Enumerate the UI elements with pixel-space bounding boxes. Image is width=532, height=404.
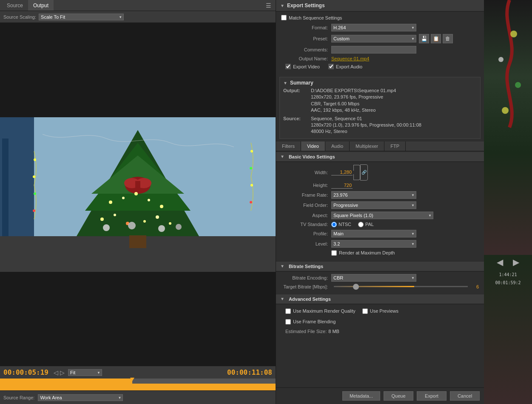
summary-output-row: Output: D:\ADOBE EXPORTS\Sequence 01.mp4… <box>283 88 477 114</box>
max-render-quality-text: Use Maximum Render Quality <box>293 308 356 314</box>
advanced-collapse-icon[interactable]: ▼ <box>280 297 284 301</box>
summary-output-path: D:\ADOBE EXPORTS\Sequence 01.mp4 <box>311 88 396 94</box>
bitrate-collapse-icon[interactable]: ▼ <box>280 264 284 268</box>
profile-select[interactable]: Main High Baseline <box>331 230 416 237</box>
profile-label: Profile: <box>281 231 328 236</box>
bottom-timeline-strip <box>0 384 276 390</box>
aspect-select[interactable]: Square Pixels (1.0) D1/DV NTSC (0.9091) … <box>331 212 433 219</box>
bottom-buttons: Metadata... Queue Export Cancel <box>276 387 484 404</box>
frame-blending-checkbox[interactable] <box>285 319 291 325</box>
export-audio-checkbox[interactable] <box>328 64 334 69</box>
target-bitrate-row: Target Bitrate [Mbps]: 6 <box>281 284 479 289</box>
bitrate-body: Bitrate Encoding: CBR VBR, 1 Pass VBR, 2… <box>276 271 484 294</box>
preset-import-btn[interactable]: 📋 <box>431 34 441 43</box>
summary-section: ▼ Summary Output: D:\ADOBE EXPORTS\Seque… <box>279 77 481 139</box>
level-select[interactable]: 3.2 4.0 4.1 4.2 <box>331 240 416 248</box>
fit-select[interactable]: Fit 25% 50% 75% 100% <box>68 369 102 376</box>
export-audio-label[interactable]: Export Audio <box>328 64 362 69</box>
svg-point-36 <box>510 31 517 37</box>
svg-point-21 <box>156 215 159 219</box>
source-scaling-select[interactable]: Scale To Fit Stretch to Fill Scale to Fi… <box>39 14 124 20</box>
svg-point-26 <box>176 224 182 230</box>
source-range-select[interactable]: Work Area Entire Sequence Custom <box>38 394 123 401</box>
timeline-track[interactable] <box>0 379 276 384</box>
bitrate-slider[interactable] <box>334 286 468 287</box>
field-order-select[interactable]: Progressive Upper Field First Lower Fiel… <box>331 201 416 209</box>
metadata-button[interactable]: Metadata... <box>342 391 380 401</box>
tab-video[interactable]: Video <box>301 141 325 151</box>
match-sequence-checkbox-label[interactable]: Match Sequence Settings <box>281 15 342 20</box>
summary-output-values: D:\ADOBE EXPORTS\Sequence 01.mp4 1280x72… <box>311 88 396 114</box>
ntsc-radio-label[interactable]: NTSC <box>331 222 351 227</box>
tab-menu-icon[interactable]: ☰ <box>263 2 274 9</box>
tab-source[interactable]: Source <box>2 0 28 11</box>
use-previews-label[interactable]: Use Previews <box>362 308 398 314</box>
format-select[interactable]: H.264 H.265 MPEG2 QuickTime AVI <box>331 24 416 31</box>
comments-input[interactable] <box>331 46 416 54</box>
tab-filters[interactable]: Filters <box>276 141 301 151</box>
bitrate-encoding-select[interactable]: CBR VBR, 1 Pass VBR, 2 Pass <box>331 274 416 282</box>
pal-radio[interactable] <box>358 222 364 227</box>
play-next-btn[interactable]: ▶ <box>509 255 523 269</box>
max-render-quality-checkbox[interactable] <box>285 308 291 314</box>
right-image-strip: ◀ ▶ 1:44:21 00:01:59:2 <box>484 0 532 404</box>
svg-point-16 <box>160 205 163 208</box>
max-render-quality-label[interactable]: Use Maximum Render Quality <box>285 308 356 314</box>
svg-rect-11 <box>135 181 140 189</box>
scrollable-settings[interactable]: ▼ Export Settings Match Sequence Setting… <box>276 0 484 387</box>
level-label: Level: <box>281 241 328 246</box>
tab-multiplexer[interactable]: Multiplexer <box>350 141 384 151</box>
preset-select[interactable]: Custom Match Source - High bitrate YouTu… <box>331 35 416 42</box>
output-name-link[interactable]: Sequence 01.mp4 <box>331 56 369 61</box>
frame-rate-select[interactable]: 23.976 24 25 29.97 30 <box>331 191 416 199</box>
time-current: 00:00:05:19 <box>3 368 50 376</box>
timeline-marker <box>130 378 134 381</box>
summary-source-values: Sequence, Sequence 01 1280x720 (1.0), 23… <box>311 116 421 135</box>
frame-blending-label[interactable]: Use Frame Blending <box>285 319 336 325</box>
export-button[interactable]: Export <box>417 391 447 401</box>
queue-button[interactable]: Queue <box>384 391 413 401</box>
tv-standard-row: TV Standard: NTSC PAL <box>281 222 479 227</box>
timeline-fill <box>0 379 132 384</box>
export-video-label[interactable]: Export Video <box>285 64 320 69</box>
fit-select-wrapper: Fit 25% 50% 75% 100% <box>68 369 102 376</box>
summary-header: ▼ Summary <box>283 80 477 86</box>
aspect-row: Aspect: Square Pixels (1.0) D1/DV NTSC (… <box>281 212 479 219</box>
svg-rect-7 <box>129 235 146 248</box>
summary-output-details1: 1280x720, 23.976 fps, Progressive <box>311 94 396 100</box>
basic-video-collapse-icon[interactable]: ▼ <box>280 154 284 159</box>
next-frame-icon[interactable]: ▷ <box>60 369 65 376</box>
height-input[interactable] <box>331 182 353 189</box>
source-scaling-select-wrapper: Scale To Fit Stretch to Fill Scale to Fi… <box>39 14 124 20</box>
cancel-button[interactable]: Cancel <box>450 391 480 401</box>
width-input[interactable] <box>331 169 353 175</box>
svg-point-28 <box>33 175 35 178</box>
output-name-row: Output Name: Sequence 01.mp4 <box>281 56 479 61</box>
collapse-arrow-icon[interactable]: ▼ <box>280 3 284 8</box>
svg-point-14 <box>134 192 138 195</box>
render-max-checkbox-label[interactable]: Render at Maximum Depth <box>331 250 395 256</box>
svg-point-24 <box>128 222 136 229</box>
tab-output[interactable]: Output <box>28 0 54 11</box>
summary-output-details3: AAC, 192 kbps, 48 kHz, Stereo <box>311 107 396 113</box>
link-wh-icon[interactable]: 🔗 <box>360 164 368 181</box>
tab-ftp[interactable]: FTP <box>384 141 406 151</box>
match-sequence-label: Match Sequence Settings <box>289 15 342 20</box>
play-prev-btn[interactable]: ◀ <box>493 255 507 269</box>
source-scaling-label: Source Scaling: <box>3 14 36 20</box>
ntsc-radio[interactable] <box>331 222 337 227</box>
tab-audio[interactable]: Audio <box>325 141 350 151</box>
width-label: Width: <box>281 170 328 175</box>
match-sequence-checkbox[interactable] <box>281 15 287 20</box>
file-size-label: Estimated File Size: <box>285 329 327 334</box>
export-video-checkbox[interactable] <box>285 64 291 69</box>
source-range-select-wrapper: Work Area Entire Sequence Custom <box>38 394 123 401</box>
render-max-checkbox[interactable] <box>331 250 337 256</box>
use-previews-checkbox[interactable] <box>362 308 368 314</box>
preset-delete-btn[interactable]: 🗑 <box>443 34 453 43</box>
preset-save-btn[interactable]: 💾 <box>419 34 429 43</box>
pal-radio-label[interactable]: PAL <box>358 222 374 227</box>
summary-collapse-icon[interactable]: ▼ <box>283 81 287 85</box>
prev-frame-icon[interactable]: ◁ <box>54 369 58 376</box>
aspect-label: Aspect: <box>281 213 328 218</box>
